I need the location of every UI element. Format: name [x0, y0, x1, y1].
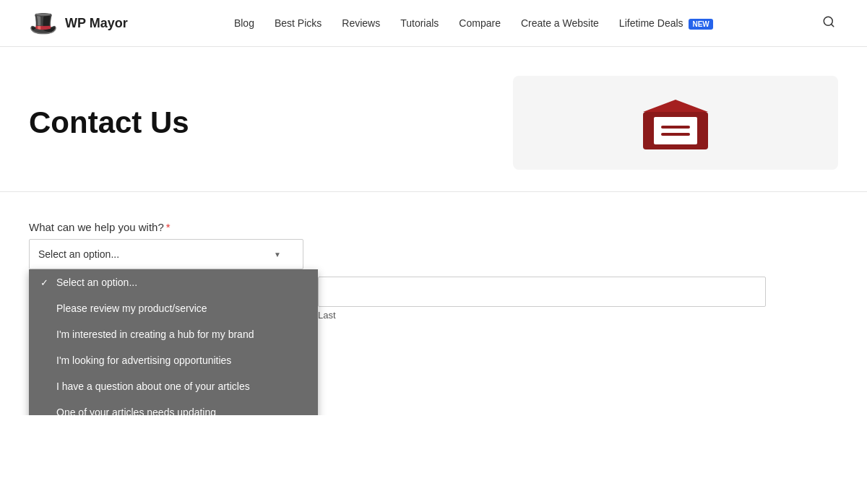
help-select-wrapper: Select an option... ▼ ✓ Select an option…: [29, 239, 303, 269]
chevron-down-icon: ▼: [274, 251, 281, 258]
svg-line-1: [831, 24, 833, 26]
dropdown-option-3[interactable]: I'm looking for advertising opportunitie…: [29, 347, 318, 373]
main-nav: Blog Best Picks Reviews Tutorials Compar…: [234, 17, 713, 29]
last-name-label: Last: [318, 310, 766, 321]
dropdown-option-5[interactable]: One of your articles needs updating: [29, 399, 318, 415]
logo-icon: 🎩: [29, 9, 58, 37]
hero-image: [513, 76, 838, 170]
svg-rect-5: [661, 126, 690, 129]
dropdown-option-0[interactable]: ✓ Select an option...: [29, 269, 318, 295]
svg-rect-4: [654, 117, 697, 144]
nav-blog[interactable]: Blog: [234, 17, 254, 29]
hero-section: Contact Us: [0, 47, 867, 192]
page-title: Contact Us: [29, 105, 513, 140]
help-field-group: What can we help you with?* Select an op…: [29, 221, 766, 269]
check-icon: ✓: [40, 277, 51, 288]
nav-best-picks[interactable]: Best Picks: [275, 17, 322, 29]
svg-marker-3: [643, 100, 708, 112]
logo-text: WP Mayor: [65, 16, 128, 31]
nav-create-website[interactable]: Create a Website: [521, 17, 599, 29]
contact-form-section: What can we help you with?* Select an op…: [0, 192, 795, 415]
last-name-group: Last: [318, 277, 766, 321]
logo[interactable]: 🎩 WP Mayor: [29, 9, 128, 37]
svg-rect-6: [661, 133, 690, 136]
help-dropdown-menu: ✓ Select an option... Please review my p…: [29, 269, 318, 415]
nav-tutorials[interactable]: Tutorials: [400, 17, 439, 29]
envelope-illustration: [639, 94, 712, 152]
dropdown-option-4[interactable]: I have a question about one of your arti…: [29, 373, 318, 399]
header: 🎩 WP Mayor Blog Best Picks Reviews Tutor…: [0, 0, 867, 47]
nav-reviews[interactable]: Reviews: [342, 17, 380, 29]
help-select-display[interactable]: Select an option... ▼: [29, 239, 303, 269]
new-badge: NEW: [689, 19, 712, 30]
dropdown-option-1[interactable]: Please review my product/service: [29, 295, 318, 321]
help-label: What can we help you with?*: [29, 221, 766, 233]
search-icon: [822, 15, 835, 28]
dropdown-option-2[interactable]: I'm interested in creating a hub for my …: [29, 321, 318, 347]
nav-lifetime-deals[interactable]: Lifetime Deals NEW: [619, 17, 713, 29]
search-button[interactable]: [819, 12, 838, 35]
nav-compare[interactable]: Compare: [459, 17, 501, 29]
required-indicator: *: [166, 221, 171, 233]
last-name-input[interactable]: [318, 277, 766, 307]
